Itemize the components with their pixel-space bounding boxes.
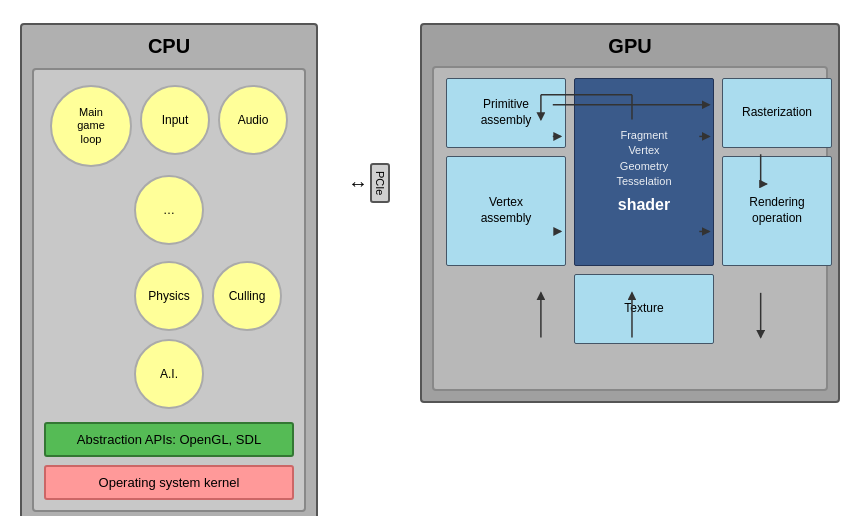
os-bar: Operating system kernel bbox=[44, 465, 294, 500]
pcie-area: ↔ PCIe bbox=[348, 163, 390, 203]
diagram: CPU Maingameloop Input Audio … Physics C… bbox=[10, 13, 850, 503]
rasterization-block: Rasterization bbox=[722, 78, 832, 148]
circles-container: Maingameloop Input Audio … Physics Culli… bbox=[44, 80, 294, 414]
shader-title: shader bbox=[616, 194, 671, 216]
pcie-label: PCIe bbox=[370, 163, 390, 203]
cpu-inner: Maingameloop Input Audio … Physics Culli… bbox=[32, 68, 306, 512]
abstraction-bar: Abstraction APIs: OpenGL, SDL bbox=[44, 422, 294, 457]
shader-block: Fragment Vertex Geometry Tesselation sha… bbox=[574, 78, 714, 266]
cpu-box: CPU Maingameloop Input Audio … Physics C… bbox=[20, 23, 318, 516]
gpu-grid: Primitiveassembly Fragment Vertex Geomet… bbox=[446, 78, 814, 344]
gpu-inner: Primitiveassembly Fragment Vertex Geomet… bbox=[432, 66, 828, 391]
rendering-operation-block: Renderingoperation bbox=[722, 156, 832, 266]
circle-culling: Culling bbox=[212, 261, 282, 331]
vertex-assembly-block: Vertexassembly bbox=[446, 156, 566, 266]
texture-block: Texture bbox=[574, 274, 714, 344]
circle-input: Input bbox=[140, 85, 210, 155]
gpu-title: GPU bbox=[432, 35, 828, 58]
circle-audio: Audio bbox=[218, 85, 288, 155]
shader-types: Fragment Vertex Geometry Tesselation bbox=[616, 128, 671, 190]
circle-ai: A.I. bbox=[134, 339, 204, 409]
circle-main-game-loop: Maingameloop bbox=[50, 85, 132, 167]
circle-physics: Physics bbox=[134, 261, 204, 331]
cpu-title: CPU bbox=[32, 35, 306, 58]
circle-ellipsis: … bbox=[134, 175, 204, 245]
primitive-assembly-block: Primitiveassembly bbox=[446, 78, 566, 148]
gpu-box: GPU Primitiveassembly Fragment Vertex Ge… bbox=[420, 23, 840, 403]
